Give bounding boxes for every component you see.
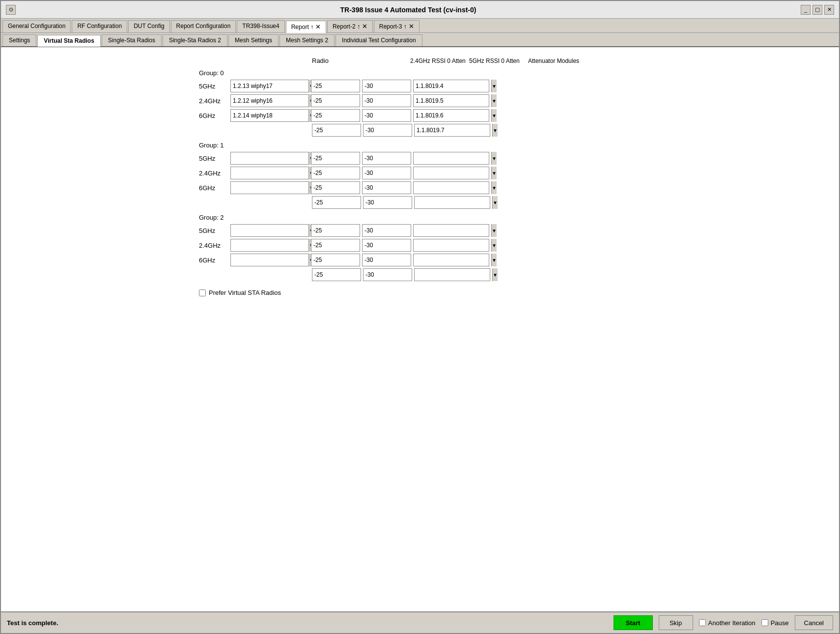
group0-24ghz-rssi24-input[interactable] (311, 94, 360, 107)
group0-5ghz-atten-arrow[interactable]: ▼ (491, 80, 497, 92)
group0-6ghz-atten-arrow[interactable]: ▼ (491, 109, 497, 122)
tab-report-2[interactable]: Report-2 ↑ ✕ (327, 20, 373, 32)
group1-6ghz-rssi5-input[interactable] (362, 181, 411, 194)
group2-24ghz-rssi24-input[interactable] (311, 239, 360, 252)
group1-6ghz-rssi24-input[interactable] (311, 181, 360, 194)
group2-extra-rssi5-input[interactable] (363, 268, 412, 281)
group1-extra-rssi5-input[interactable] (363, 196, 412, 209)
group1-5ghz-rssi24-input[interactable] (311, 152, 360, 165)
group1-5ghz-atten-select[interactable]: ▼ (413, 152, 489, 165)
group1-5ghz-atten-input[interactable] (414, 154, 491, 163)
group0-5ghz-rssi24-input[interactable] (311, 80, 360, 92)
group0-24ghz-atten-select[interactable]: ▼ (413, 94, 489, 107)
pause-checkbox[interactable] (761, 619, 768, 626)
group1-24ghz-atten-input[interactable] (414, 169, 491, 177)
group0-5ghz-radio-input[interactable] (231, 82, 308, 90)
group2-6ghz-rssi24-input[interactable] (311, 254, 360, 266)
group1-6ghz-atten-input[interactable] (414, 183, 491, 192)
group2-5ghz-rssi24-input[interactable] (311, 224, 360, 237)
group2-5ghz-rssi5-input[interactable] (362, 224, 411, 237)
group2-6ghz-radio-input[interactable] (231, 256, 308, 264)
group2-6ghz-radio-select[interactable]: ▼ (230, 254, 309, 266)
tab-report-close[interactable]: ✕ (315, 23, 321, 30)
tab-virtual-sta-radios[interactable]: Virtual Sta Radios (37, 35, 100, 47)
cancel-button[interactable]: Cancel (795, 615, 833, 630)
group1-5ghz-rssi5-input[interactable] (362, 152, 411, 165)
group1-24ghz-radio-input[interactable] (231, 169, 308, 177)
group0-6ghz-atten-input[interactable] (414, 111, 491, 120)
group0-5ghz-rssi5-input[interactable] (362, 80, 411, 92)
group0-5ghz-atten-input[interactable] (414, 82, 491, 90)
group0-extra-rssi24-input[interactable] (312, 124, 361, 137)
group0-24ghz-rssi5-input[interactable] (362, 94, 411, 107)
group1-24ghz-atten-select[interactable]: ▼ (413, 167, 489, 179)
group1-6ghz-radio-select[interactable]: ▼ (230, 181, 309, 194)
group2-extra-atten-select[interactable]: ▼ (414, 268, 490, 281)
group2-5ghz-atten-select[interactable]: ▼ (413, 224, 489, 237)
tab-dut-config[interactable]: DUT Config (128, 20, 169, 32)
tab-single-sta-radios[interactable]: Single-Sta Radios (102, 34, 162, 46)
group0-6ghz-atten-select[interactable]: ▼ (413, 109, 489, 122)
group2-extra-atten-input[interactable] (415, 270, 492, 279)
another-iteration-checkbox[interactable] (699, 619, 706, 626)
group2-extra-rssi24-input[interactable] (312, 268, 361, 281)
skip-button[interactable]: Skip (659, 615, 693, 630)
group1-24ghz-atten-arrow[interactable]: ▼ (491, 167, 497, 179)
tab-report2-close[interactable]: ✕ (362, 23, 367, 30)
group2-24ghz-radio-input[interactable] (231, 241, 308, 250)
tab-mesh-settings-2[interactable]: Mesh Settings 2 (280, 34, 335, 46)
group1-24ghz-rssi5-input[interactable] (362, 167, 411, 179)
group2-24ghz-atten-select[interactable]: ▼ (413, 239, 489, 252)
tab-individual-test-config[interactable]: Individual Test Configuration (336, 34, 422, 46)
maximize-button[interactable]: ▢ (812, 5, 822, 15)
group0-5ghz-radio-select[interactable]: ▼ (230, 80, 309, 92)
group1-extra-atten-arrow[interactable]: ▼ (492, 196, 498, 209)
tab-report-configuration[interactable]: Report Configuration (171, 20, 236, 32)
group2-24ghz-rssi5-input[interactable] (362, 239, 411, 252)
group0-24ghz-radio-select[interactable]: ▼ (230, 94, 309, 107)
start-button[interactable]: Start (614, 615, 653, 630)
group0-6ghz-radio-input[interactable] (231, 111, 308, 120)
group0-6ghz-radio-select[interactable]: ▼ (230, 109, 309, 122)
group1-5ghz-radio-select[interactable]: ▼ (230, 152, 309, 165)
group2-5ghz-radio-input[interactable] (231, 226, 308, 235)
tab-mesh-settings[interactable]: Mesh Settings (228, 34, 279, 46)
group0-6ghz-rssi24-input[interactable] (311, 109, 360, 122)
group0-extra-atten-select[interactable]: ▼ (414, 124, 490, 137)
group1-24ghz-radio-select[interactable]: ▼ (230, 167, 309, 179)
group2-5ghz-radio-select[interactable]: ▼ (230, 224, 309, 237)
group0-24ghz-atten-input[interactable] (414, 96, 491, 105)
group2-24ghz-atten-arrow[interactable]: ▼ (491, 239, 497, 252)
group1-6ghz-radio-input[interactable] (231, 183, 308, 192)
group0-extra-atten-arrow[interactable]: ▼ (492, 124, 498, 137)
group1-extra-atten-select[interactable]: ▼ (414, 196, 490, 209)
group0-24ghz-radio-input[interactable] (231, 96, 308, 105)
group0-6ghz-rssi5-input[interactable] (362, 109, 411, 122)
group1-6ghz-atten-arrow[interactable]: ▼ (491, 181, 497, 194)
group2-6ghz-atten-input[interactable] (414, 256, 491, 264)
tab-report-3[interactable]: Report-3 ↑ ✕ (374, 20, 420, 32)
tab-tr398-issue4[interactable]: TR398-Issue4 (237, 20, 284, 32)
group0-5ghz-atten-select[interactable]: ▼ (413, 80, 489, 92)
group2-5ghz-atten-arrow[interactable]: ▼ (491, 224, 497, 237)
group2-extra-atten-arrow[interactable]: ▼ (492, 268, 498, 281)
group2-24ghz-radio-select[interactable]: ▼ (230, 239, 309, 252)
group1-5ghz-radio-input[interactable] (231, 154, 308, 163)
group2-5ghz-atten-input[interactable] (414, 226, 491, 235)
group1-24ghz-rssi24-input[interactable] (311, 167, 360, 179)
group1-6ghz-atten-select[interactable]: ▼ (413, 181, 489, 194)
group0-extra-rssi5-input[interactable] (363, 124, 412, 137)
group0-24ghz-atten-arrow[interactable]: ▼ (491, 94, 497, 107)
group2-6ghz-atten-select[interactable]: ▼ (413, 254, 489, 266)
group1-extra-atten-input[interactable] (415, 198, 492, 207)
minimize-button[interactable]: _ (801, 5, 811, 15)
group0-extra-atten-input[interactable] (415, 126, 492, 135)
tab-report3-close[interactable]: ✕ (409, 23, 414, 30)
group2-24ghz-atten-input[interactable] (414, 241, 491, 250)
close-button[interactable]: ✕ (824, 5, 834, 15)
tab-general-configuration[interactable]: General Configuration (2, 20, 71, 32)
tab-settings[interactable]: Settings (2, 34, 36, 46)
tab-rf-configuration[interactable]: RF Configuration (72, 20, 127, 32)
group1-5ghz-atten-arrow[interactable]: ▼ (491, 152, 497, 165)
tab-single-sta-radios-2[interactable]: Single-Sta Radios 2 (163, 34, 227, 46)
